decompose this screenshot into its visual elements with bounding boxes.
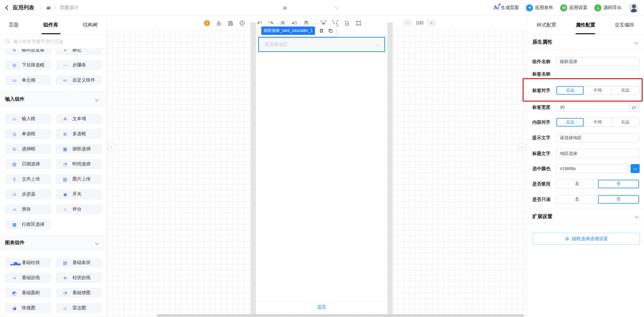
phone-right-gutter[interactable]	[387, 22, 393, 314]
section-input-components[interactable]: 输入组件	[0, 92, 107, 107]
phone-preview: 级联选择_vant_cascader_1 请选择地区 › 首页	[256, 22, 387, 314]
disabled-yes[interactable]: 是	[556, 180, 598, 188]
home-tab[interactable]: 首页	[317, 304, 326, 310]
target-icon[interactable]	[239, 20, 246, 27]
tab-interaction-config[interactable]: 交互编排	[605, 15, 644, 34]
component-chip[interactable]: ▨ 图片上传	[56, 174, 102, 184]
tab-style-config[interactable]: 样式配置	[527, 15, 566, 34]
section-extension-settings[interactable]: 扩展设置	[527, 209, 644, 224]
component-chip[interactable]: ≔ 自定义组件	[56, 75, 102, 85]
component-chip[interactable]: ◇ 雷达图	[56, 303, 102, 313]
component-chip[interactable]: ▤ 日期选择	[5, 159, 51, 169]
section-native-properties[interactable]: 原生属性	[527, 35, 644, 50]
content-align-segmented: 左边 中间 右边	[556, 118, 639, 127]
user-avatar[interactable]	[629, 3, 639, 13]
component-chip[interactable]: ◉ 开关	[56, 189, 102, 199]
component-chip[interactable]: ∺ 滑块	[5, 204, 51, 214]
component-list: ≡ 横向进度条 ➢ 标记 ⊟ 下拉筛选框 ⋯ 步骤条 ▭ 单元格 ≔ 自定义组件	[0, 49, 107, 316]
phone-tabbar: 首页	[256, 302, 387, 312]
artboard-icon[interactable]	[355, 20, 362, 27]
phone-left-gutter[interactable]	[251, 22, 256, 314]
copy-component-icon[interactable]	[328, 28, 333, 34]
page-select-value: ai	[283, 5, 287, 10]
component-chip[interactable]: ▭ 输入框	[5, 114, 51, 124]
component-chip[interactable]: ◩ 基础面积	[5, 288, 51, 298]
unlock-icon[interactable]	[215, 20, 222, 27]
component-icon: ≣	[61, 132, 69, 136]
cascader-component[interactable]: 请选择地区 ›	[258, 37, 385, 52]
code-export-button[interactable]: 源码导出	[594, 4, 622, 11]
zoom-level: 100	[416, 20, 423, 25]
content-align-center[interactable]: 中间	[584, 118, 611, 126]
component-chip[interactable]: ≋ 柱状折线	[56, 273, 102, 283]
cascader-placeholder: 请选择地区	[264, 42, 377, 48]
collapse-left-handle[interactable]: ‹	[108, 143, 116, 151]
component-search-input[interactable]	[13, 39, 97, 44]
component-chip[interactable]: ▭ 单元格	[5, 75, 51, 85]
back-button[interactable]: 应用列表	[13, 4, 34, 11]
component-chip[interactable]: ◕ 玫瑰图	[5, 303, 51, 313]
selected-color-input[interactable]	[556, 164, 628, 173]
section-chart-components[interactable]: 图表组件	[0, 235, 107, 250]
component-chip[interactable]: ≡ 横向进度条	[5, 49, 51, 55]
doc-check-icon[interactable]	[343, 20, 350, 27]
placeholder-text-input[interactable]	[556, 133, 639, 142]
component-icon: ◇	[61, 306, 69, 310]
breadcrumb-app[interactable]: ai	[47, 5, 51, 10]
component-chip[interactable]: ↥ 文件上传	[5, 174, 51, 184]
component-chip[interactable]: ⊙ 步进器	[5, 189, 51, 199]
info-icon[interactable]: i	[204, 20, 210, 26]
component-chip[interactable]: ⊡ 选择框	[5, 144, 51, 154]
component-chip[interactable]: ▂▅▃ 基础柱状	[5, 258, 51, 268]
app-publish-button[interactable]: 应用发布	[526, 4, 553, 11]
component-chip[interactable]: ◔ 基础饼图	[56, 288, 102, 298]
component-chip[interactable]: ☆ 评分	[56, 204, 102, 214]
label-name-input[interactable]	[556, 69, 639, 78]
tab-pages[interactable]: 页面	[9, 15, 19, 34]
tab-component-library[interactable]: 组件库	[43, 15, 58, 34]
component-icon: ≔	[61, 78, 69, 83]
zoom-in-button[interactable]: +	[427, 19, 436, 26]
chevron-right-icon: ›	[377, 41, 379, 48]
generate-page-button[interactable]: Ai 生成页面	[493, 4, 519, 11]
save-icon[interactable]	[227, 20, 234, 27]
label-align-right[interactable]: 右边	[611, 86, 639, 95]
chevron-down-icon	[95, 97, 99, 101]
app-settings-button[interactable]: 应用设置	[560, 4, 587, 11]
color-picker-button[interactable]	[631, 164, 640, 173]
collapse-right-handle[interactable]: ›	[518, 143, 526, 151]
tab-property-config[interactable]: 属性配置	[566, 15, 605, 34]
back-icon[interactable]	[5, 5, 10, 10]
component-chip[interactable]: ▦ 行政区选择	[5, 219, 51, 229]
component-chip[interactable]: ≣ 多选框	[56, 129, 102, 139]
content-align-right[interactable]: 右边	[611, 118, 639, 126]
component-icon: ⊟	[10, 63, 18, 67]
delete-component-icon[interactable]	[319, 28, 324, 34]
component-chip[interactable]: ∿ 基础折线	[5, 273, 51, 283]
disabled-no[interactable]: 否	[598, 180, 639, 188]
zoom-out-button[interactable]: −	[403, 19, 412, 26]
tab-structure-tree[interactable]: 结构树	[83, 15, 98, 34]
label-align-center[interactable]: 中间	[584, 86, 611, 95]
component-chip[interactable]: ⋯ 步骤条	[56, 60, 102, 70]
readonly-yes[interactable]: 是	[556, 195, 598, 204]
gear-icon	[560, 4, 567, 11]
breadcrumb-page: 页面设计	[60, 5, 78, 11]
horizontal-scrollbar[interactable]	[157, 314, 524, 317]
component-chip[interactable]: ⊟ 下拉筛选框	[5, 60, 51, 70]
page-select[interactable]: ai	[227, 0, 343, 15]
title-text-input[interactable]	[556, 149, 639, 158]
component-chip[interactable]: ▦ 级联选择	[56, 144, 102, 154]
component-chip[interactable]: A 文本域	[56, 114, 102, 124]
component-chip[interactable]: ◎ 单选框	[5, 129, 51, 139]
component-chip[interactable]: ▤ 基础条状	[56, 258, 102, 268]
row-disabled: 是否禁用 是 否	[527, 179, 644, 189]
component-name-input[interactable]	[556, 57, 639, 66]
readonly-no[interactable]: 否	[598, 195, 639, 204]
component-chip[interactable]: ◔ 时间选择	[56, 159, 102, 169]
component-chip[interactable]: ➢ 标记	[56, 49, 102, 55]
label-width-input[interactable]	[556, 103, 639, 112]
cascader-options-button[interactable]: 级联选择选项设置	[533, 233, 640, 245]
label-align-left[interactable]: 左边	[556, 86, 584, 95]
content-align-left[interactable]: 左边	[556, 118, 584, 126]
